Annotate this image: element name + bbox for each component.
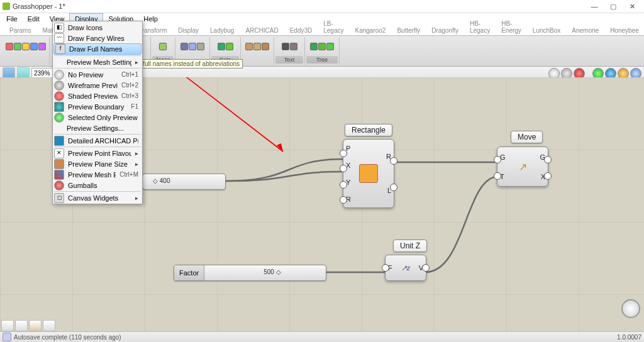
slider-thumb[interactable]: ◇ 400 bbox=[153, 177, 170, 184]
window-title: Grasshopper - 1* bbox=[13, 3, 585, 10]
move-label: Move bbox=[511, 131, 543, 143]
autosave-icon bbox=[3, 333, 11, 341]
status-message: Autosave complete (110 seconds ago) bbox=[14, 334, 121, 341]
tab-hb-legacy[interactable]: HB-Legacy bbox=[464, 18, 496, 35]
doc-tab-3[interactable] bbox=[29, 320, 42, 331]
slider-400[interactable]: ◇ 400 bbox=[142, 174, 226, 190]
doc-tab-1[interactable] bbox=[1, 320, 14, 331]
unitz-node[interactable]: F ↗z V bbox=[385, 255, 426, 281]
menu-draw-full-names[interactable]: fDraw Full Names bbox=[53, 43, 142, 55]
tab-params[interactable]: Params bbox=[4, 25, 36, 35]
full-names-icon: f bbox=[55, 44, 65, 54]
menu-archicad-preview[interactable]: Detailed ARCHICAD Preview bbox=[53, 135, 142, 146]
tab-kangaroo2[interactable]: Kangaroo2 bbox=[350, 25, 392, 35]
canvas-widgets-icon: ◻ bbox=[54, 193, 64, 203]
move-icon: ↗ bbox=[519, 161, 527, 173]
tab-dragonfly[interactable]: Dragonfly bbox=[426, 25, 464, 35]
doc-tab-4[interactable] bbox=[43, 320, 55, 331]
menu-gumballs[interactable]: Gumballs bbox=[53, 180, 142, 190]
port-p[interactable]: P bbox=[346, 145, 351, 152]
tab-lb-legacy[interactable]: LB-Legacy bbox=[318, 18, 349, 35]
tab-honeybee[interactable]: Honeybee bbox=[604, 25, 644, 35]
group-tree: Tree bbox=[306, 56, 338, 63]
menu-wireframe-preview[interactable]: Wireframe PreviewCtrl+2 bbox=[53, 80, 142, 91]
no-preview-icon bbox=[54, 70, 64, 80]
draw-icons-icon: ◧ bbox=[54, 23, 64, 33]
compass-widget[interactable] bbox=[621, 299, 640, 318]
rectangle-label: Rectangle bbox=[345, 124, 392, 136]
menu-point-flavour[interactable]: ✕Preview Point Flavour▸ bbox=[53, 148, 142, 158]
menu-canvas-widgets[interactable]: ◻Canvas Widgets▸ bbox=[53, 192, 142, 203]
slider-thumb-factor[interactable]: 500 ◇ bbox=[264, 268, 280, 275]
tab-lunchbox[interactable]: LunchBox bbox=[527, 25, 566, 35]
menu-draw-icons[interactable]: ◧Draw Icons bbox=[53, 22, 142, 33]
slider-factor[interactable]: Factor 500 ◇ bbox=[174, 265, 326, 281]
menu-no-preview[interactable]: No PreviewCtrl+1 bbox=[53, 69, 142, 80]
tab-hb-energy[interactable]: HB-Energy bbox=[496, 18, 527, 35]
fancy-wires-icon: 〰 bbox=[54, 33, 64, 43]
menu-preview-mesh-settings[interactable]: Preview Mesh Settings▸ bbox=[53, 57, 142, 67]
unitz-icon: ↗z bbox=[401, 264, 411, 272]
sel-only-icon bbox=[54, 113, 64, 123]
mesh-edges-icon bbox=[54, 170, 64, 180]
document-tabs bbox=[1, 320, 55, 331]
version-label: 1.0.0007 bbox=[617, 334, 641, 341]
slider-factor-label: Factor bbox=[174, 265, 204, 280]
tab-archicad[interactable]: ARCHICAD bbox=[240, 25, 284, 35]
rectangle-icon bbox=[359, 164, 378, 183]
display-dropdown: ◧Draw Icons 〰Draw Fancy Wires fDraw Full… bbox=[52, 21, 143, 204]
unitz-label: Unit Z bbox=[393, 240, 427, 252]
gumballs-icon bbox=[54, 180, 64, 190]
menu-edit[interactable]: Edit bbox=[23, 14, 45, 24]
app-icon bbox=[3, 3, 10, 10]
boundary-icon bbox=[54, 102, 64, 112]
menu-preview-settings[interactable]: Preview Settings... bbox=[53, 123, 142, 133]
tab-butterfly[interactable]: Butterfly bbox=[391, 25, 426, 35]
close-button[interactable]: ✕ bbox=[623, 1, 641, 11]
tab-eddy3d[interactable]: Eddy3D bbox=[284, 25, 318, 35]
tab-ladybug[interactable]: Ladybug bbox=[204, 25, 240, 35]
move-node[interactable]: G T ↗ G X bbox=[497, 146, 548, 187]
minimize-button[interactable]: — bbox=[585, 1, 604, 11]
maximize-button[interactable]: ▢ bbox=[604, 1, 623, 11]
point-icon: ✕ bbox=[54, 148, 64, 158]
doc-tab-2[interactable] bbox=[15, 320, 28, 331]
rectangle-node[interactable]: P X Y R R L bbox=[343, 139, 394, 208]
wireframe-icon bbox=[54, 80, 64, 91]
menu-plane-size[interactable]: Preview Plane Size▸ bbox=[53, 158, 142, 169]
menu-shaded-preview[interactable]: Shaded PreviewCtrl+3 bbox=[53, 91, 142, 101]
tab-display[interactable]: Display bbox=[172, 25, 204, 35]
archicad-icon bbox=[54, 136, 64, 146]
plane-icon bbox=[54, 159, 64, 169]
menu-file[interactable]: File bbox=[1, 14, 23, 24]
menu-draw-fancy-wires[interactable]: 〰Draw Fancy Wires bbox=[53, 33, 142, 43]
menu-mesh-edges[interactable]: Preview Mesh EdgesCtrl+M bbox=[53, 169, 142, 180]
statusbar: Autosave complete (110 seconds ago) 1.0.… bbox=[0, 331, 644, 342]
menu-preview-boundary[interactable]: Preview BoundaryF1 bbox=[53, 101, 142, 112]
group-text: Text bbox=[275, 56, 303, 63]
menu-selected-only[interactable]: Selected Only Preview bbox=[53, 112, 142, 123]
tab-anemone[interactable]: Anemone bbox=[566, 25, 604, 35]
shaded-icon bbox=[54, 91, 64, 101]
